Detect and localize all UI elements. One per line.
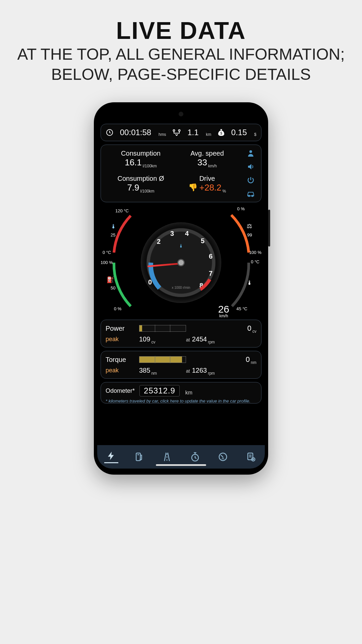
tab-timer[interactable] bbox=[186, 448, 204, 466]
svg-text:$: $ bbox=[220, 131, 222, 135]
torque-peak-label: peak bbox=[106, 367, 139, 374]
camera-dot bbox=[179, 112, 183, 116]
torque-card: Torque 0nm peak 385nm at1263rpm bbox=[101, 351, 261, 379]
odometer-value[interactable]: 25312.9 bbox=[139, 385, 180, 396]
torque-peak-at: at1263rpm bbox=[186, 367, 256, 374]
svg-point-2 bbox=[179, 130, 180, 131]
odometer-footnote[interactable]: * kilometers traveled by car, click here… bbox=[106, 398, 256, 404]
home-indicator[interactable] bbox=[156, 464, 206, 466]
svg-point-5 bbox=[248, 195, 250, 197]
power-label: Power bbox=[106, 325, 139, 332]
trip-cost-unit: $ bbox=[253, 132, 256, 137]
clock-icon bbox=[106, 128, 114, 137]
thumbs-down-icon: 👎 bbox=[188, 183, 197, 192]
consumption-value: 16.1l/100km bbox=[108, 157, 174, 168]
screen: 00:01:58 hms 1.1 km $ 0.15 $ Consumption bbox=[97, 108, 265, 469]
tab-live[interactable] bbox=[102, 448, 120, 466]
consumption-avg-value: 7.9l/100km bbox=[108, 182, 174, 193]
power-peak-label: peak bbox=[106, 336, 139, 343]
power-card: Power 0cv peak 109cv at2454rpm bbox=[101, 320, 261, 347]
torque-bar bbox=[139, 356, 186, 363]
power-bar bbox=[139, 325, 186, 332]
power-value: 0cv bbox=[186, 324, 256, 333]
power-icon[interactable] bbox=[245, 174, 256, 186]
avg-speed-value: 33km/h bbox=[174, 157, 240, 168]
drive-label: Drive bbox=[174, 175, 240, 182]
power-peak-value: 109cv bbox=[139, 335, 186, 343]
tachometer-dial: 0 1 2 3 4 5 6 7 8 🌡 bbox=[141, 222, 221, 303]
torque-label: Torque bbox=[106, 356, 139, 364]
odometer-card[interactable]: Odometer* 25312.9 km * kilometers travel… bbox=[101, 382, 261, 404]
avg-speed-label: Avg. speed bbox=[174, 150, 240, 157]
consumption-label: Consumption bbox=[108, 150, 174, 157]
power-peak-at: at2454rpm bbox=[186, 335, 256, 343]
odometer-unit: km bbox=[184, 390, 192, 396]
money-bag-icon: $ bbox=[218, 128, 225, 137]
tab-report[interactable] bbox=[242, 448, 260, 466]
odometer-label: Odometer* bbox=[106, 387, 135, 394]
rpm-caption: x 1000 r/min bbox=[141, 286, 221, 289]
speed-readout: 26 km/h bbox=[218, 304, 229, 318]
coolant-mini-icon: 🌡 bbox=[179, 243, 183, 249]
distance-icon bbox=[172, 129, 181, 136]
driver-icon[interactable] bbox=[245, 148, 256, 159]
side-actions bbox=[242, 148, 256, 199]
trip-distance-unit: km bbox=[205, 132, 211, 137]
tab-gauge[interactable]: A bbox=[214, 448, 232, 466]
sound-icon[interactable] bbox=[245, 161, 256, 172]
trip-distance: 1.1 bbox=[187, 128, 198, 137]
tab-road[interactable] bbox=[158, 448, 176, 466]
svg-point-1 bbox=[173, 130, 175, 131]
gauge-cluster: 120 °C 🌡 25 0 °C 100 % ⛽ 50 0 % 0 % ⚖ 99… bbox=[101, 206, 261, 320]
torque-value: 0nm bbox=[186, 355, 256, 364]
svg-text:A: A bbox=[222, 456, 224, 460]
banner-subtitle: AT THE TOP, ALL GENERAL INFORMATION; BEL… bbox=[10, 44, 352, 85]
torque-peak-value: 385nm bbox=[139, 367, 186, 374]
trip-time-unit: hms bbox=[158, 132, 166, 137]
trip-time: 00:01:58 bbox=[120, 128, 151, 137]
stats-card: Consumption 16.1l/100km Avg. speed 33km/… bbox=[101, 145, 261, 202]
car-icon[interactable] bbox=[245, 188, 256, 199]
promo-banner: LIVE DATA AT THE TOP, ALL GENERAL INFORM… bbox=[0, 0, 362, 91]
banner-title: LIVE DATA bbox=[10, 17, 352, 44]
trip-summary-bar[interactable]: 00:01:58 hms 1.1 km $ 0.15 $ bbox=[101, 124, 261, 141]
svg-point-4 bbox=[249, 150, 252, 153]
svg-point-6 bbox=[252, 195, 253, 197]
drive-value: 👎+28.2% bbox=[174, 182, 240, 193]
tab-fuel[interactable] bbox=[130, 448, 148, 466]
trip-cost: 0.15 bbox=[231, 128, 247, 137]
consumption-avg-label: Consumption Ø bbox=[108, 175, 174, 182]
device-frame: 00:01:58 hms 1.1 km $ 0.15 $ Consumption bbox=[94, 102, 268, 475]
